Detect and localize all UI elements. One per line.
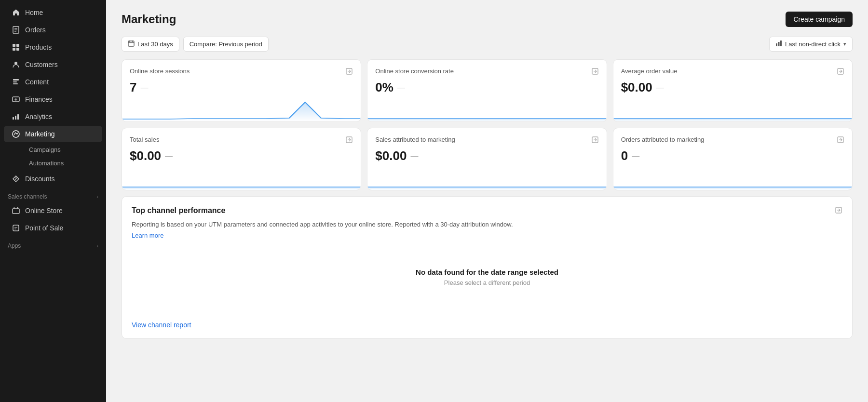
date-range-label: Last 30 days <box>137 40 173 48</box>
sidebar-item-finances[interactable]: Finances <box>4 91 102 107</box>
attribution-label: Last non-direct click <box>785 40 841 48</box>
metric-export-icon[interactable] <box>837 136 844 146</box>
calendar-icon <box>128 40 135 48</box>
create-campaign-button[interactable]: Create campaign <box>786 12 853 27</box>
sparkline-area <box>122 166 361 190</box>
content-icon <box>12 78 20 86</box>
finances-icon <box>12 95 20 104</box>
svg-rect-6 <box>13 48 15 51</box>
export-icon[interactable] <box>835 206 842 216</box>
bottom-card-header: Top channel performance <box>132 206 842 216</box>
metric-dash: — <box>165 152 173 161</box>
metric-value: $0.00 — <box>130 148 353 163</box>
metric-header: Orders attributed to marketing <box>621 136 844 146</box>
metric-dash: — <box>656 83 664 92</box>
home-icon <box>12 8 20 17</box>
sparkline-area <box>613 97 852 121</box>
metric-value: 0 — <box>621 148 844 163</box>
metric-header: Sales attributed to marketing <box>375 136 598 146</box>
attribution-wrapper: Last non-direct click ▾ <box>769 37 853 52</box>
sidebar-item-label: Analytics <box>25 113 52 121</box>
metric-title: Sales attributed to marketing <box>375 136 455 143</box>
sparkline-area <box>367 97 606 121</box>
sales-channels-section[interactable]: Sales channels › <box>0 188 106 202</box>
no-data-subtitle: Please select a different period <box>444 279 530 286</box>
date-range-button[interactable]: Last 30 days <box>122 37 179 52</box>
chevron-right-icon: › <box>96 194 98 200</box>
metric-dash: — <box>397 83 405 92</box>
sidebar-item-label: Content <box>25 78 49 86</box>
sidebar-item-home[interactable]: Home <box>4 4 102 21</box>
sidebar-item-discounts[interactable]: Discounts <box>4 171 102 187</box>
learn-more-link[interactable]: Learn more <box>132 232 163 239</box>
chevron-down-icon: ▾ <box>843 41 846 47</box>
compare-button[interactable]: Compare: Previous period <box>183 37 269 52</box>
main-content: Marketing Create campaign Last 30 days C… <box>106 0 868 402</box>
sidebar-item-content[interactable]: Content <box>4 74 102 90</box>
svg-rect-18 <box>13 209 19 214</box>
sidebar: Home Orders Products <box>0 0 106 402</box>
sidebar-item-label: Finances <box>25 95 53 103</box>
pos-icon <box>12 224 20 232</box>
metric-export-icon[interactable] <box>591 136 599 146</box>
metric-export-icon[interactable] <box>345 67 353 77</box>
metric-value: 7 — <box>130 80 353 95</box>
no-data-section: No data found for the date range selecte… <box>132 239 842 315</box>
sidebar-item-orders[interactable]: Orders <box>4 22 102 38</box>
page-header: Marketing Create campaign <box>122 12 853 27</box>
apps-section[interactable]: Apps › <box>0 237 106 251</box>
marketing-icon <box>12 130 20 138</box>
metric-export-icon[interactable] <box>591 67 599 77</box>
analytics-icon <box>12 112 20 121</box>
sidebar-item-label: Point of Sale <box>25 224 63 232</box>
metric-card-total-sales: Total sales $0.00 — <box>122 128 361 190</box>
orders-icon <box>12 26 20 34</box>
sidebar-item-label: Marketing <box>25 130 54 138</box>
metric-export-icon[interactable] <box>837 67 844 77</box>
top-channel-card: Top channel performance Reporting is bas… <box>122 196 853 339</box>
metric-dash: — <box>140 83 148 92</box>
svg-rect-26 <box>780 40 782 46</box>
metric-card-conversion: Online store conversion rate 0% — <box>367 59 607 122</box>
view-channel-report-link[interactable]: View channel report <box>132 321 191 329</box>
filters-left: Last 30 days Compare: Previous period <box>122 37 269 52</box>
svg-rect-10 <box>13 81 17 82</box>
svg-point-16 <box>13 131 19 137</box>
sidebar-item-online-store[interactable]: Online Store <box>4 202 102 219</box>
svg-rect-20 <box>128 41 134 46</box>
attribution-button[interactable]: Last non-direct click ▾ <box>769 37 853 52</box>
sidebar-subitem-automations[interactable]: Automations <box>21 157 102 170</box>
sidebar-item-label: Products <box>25 43 52 51</box>
svg-rect-4 <box>13 44 15 47</box>
metrics-row-2: Total sales $0.00 — <box>122 128 853 190</box>
bottom-card-title: Top channel performance <box>132 206 225 215</box>
svg-rect-15 <box>17 114 19 120</box>
metric-card-sessions: Online store sessions 7 — <box>122 59 361 122</box>
sidebar-item-marketing[interactable]: Marketing <box>4 126 102 142</box>
metric-value: 0% — <box>375 80 598 95</box>
metric-card-orders-attributed: Orders attributed to marketing 0 — <box>613 128 853 190</box>
metric-card-sales-attributed: Sales attributed to marketing $0.00 — <box>367 128 607 190</box>
sidebar-item-analytics[interactable]: Analytics <box>4 108 102 125</box>
chevron-right-icon: › <box>96 243 98 249</box>
metric-title: Average order value <box>621 67 678 75</box>
metric-value: $0.00 — <box>375 148 598 163</box>
sparkline-area <box>613 166 852 190</box>
metric-title: Online store conversion rate <box>375 67 454 75</box>
metric-export-icon[interactable] <box>345 136 353 146</box>
sidebar-item-products[interactable]: Products <box>4 39 102 55</box>
sidebar-item-customers[interactable]: Customers <box>4 56 102 73</box>
metric-title: Orders attributed to marketing <box>621 136 705 143</box>
sidebar-subitem-campaigns[interactable]: Campaigns <box>21 143 102 156</box>
svg-rect-13 <box>13 117 14 120</box>
metric-title: Online store sessions <box>130 67 190 75</box>
marketing-subitems: Campaigns Automations <box>21 143 106 170</box>
page-title: Marketing <box>122 13 176 26</box>
products-icon <box>12 43 20 52</box>
sidebar-item-pos[interactable]: Point of Sale <box>4 220 102 236</box>
svg-rect-9 <box>13 79 19 80</box>
attribution-chart-icon <box>775 40 782 48</box>
svg-rect-24 <box>776 43 777 46</box>
sidebar-item-label: Online Store <box>25 207 63 214</box>
metrics-row-1: Online store sessions 7 — <box>122 59 853 122</box>
